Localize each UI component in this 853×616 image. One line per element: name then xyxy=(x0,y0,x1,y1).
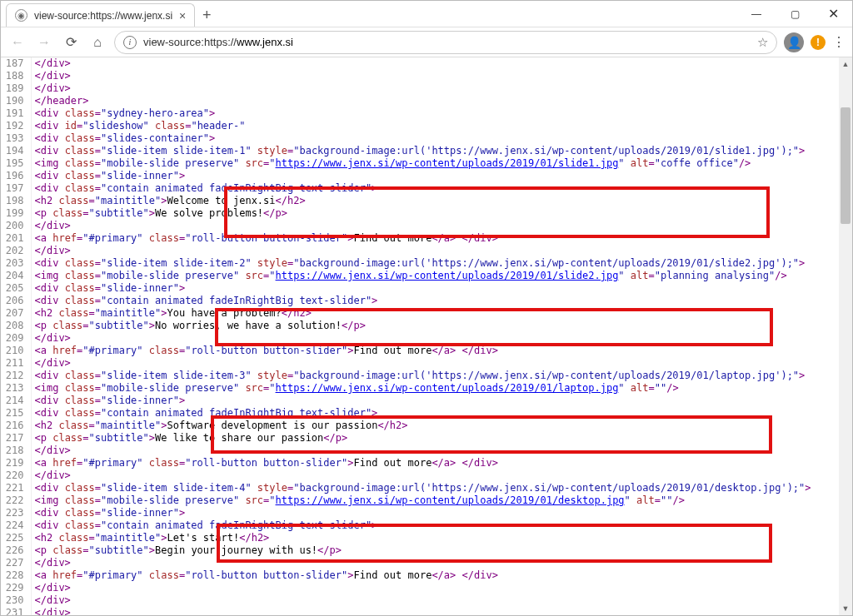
bookmark-star-icon[interactable]: ☆ xyxy=(757,35,768,50)
source-line: 198<h2 class="maintitle">Welcome to jenx… xyxy=(1,195,852,207)
source-code[interactable]: <div class="slide-inner"> xyxy=(31,507,852,519)
line-number: 229 xyxy=(1,582,31,594)
source-code[interactable]: </div> xyxy=(31,594,852,607)
line-number: 227 xyxy=(1,557,31,569)
source-code[interactable]: <div class="slide-item slide-item-3" sty… xyxy=(31,370,852,382)
source-code[interactable]: <div class="contain animated fadeInRight… xyxy=(31,182,852,195)
source-code[interactable]: <img class="mobile-slide preserve" src="… xyxy=(31,494,852,507)
url-link[interactable]: https://www.jenx.si/wp-content/uploads/2… xyxy=(276,494,625,506)
close-window-button[interactable]: ✕ xyxy=(814,2,852,27)
source-code[interactable]: <a href="#primary" class="roll-button bu… xyxy=(31,232,852,245)
maximize-button[interactable]: ▢ xyxy=(776,2,814,27)
source-code[interactable]: </header> xyxy=(31,95,852,107)
source-code[interactable]: </div> xyxy=(31,220,852,232)
source-code[interactable]: </div> xyxy=(31,582,852,594)
source-code[interactable]: <div class="sydney-hero-area"> xyxy=(31,107,852,120)
url-link[interactable]: https://www.jenx.si/wp-content/uploads/2… xyxy=(276,157,619,169)
source-line: 203<div class="slide-item slide-item-2" … xyxy=(1,257,852,270)
source-line: 222<img class="mobile-slide preserve" sr… xyxy=(1,494,852,507)
line-number: 212 xyxy=(1,370,31,382)
minimize-button[interactable]: — xyxy=(737,2,776,27)
source-code[interactable]: <h2 class="maintitle">Let's start!</h2> xyxy=(31,532,852,544)
source-line: 204<img class="mobile-slide preserve" sr… xyxy=(1,270,852,282)
source-code[interactable]: <h2 class="maintitle">Welcome to jenx.si… xyxy=(31,195,852,207)
source-code[interactable]: </div> xyxy=(31,70,852,82)
source-code[interactable]: </div> xyxy=(31,245,852,257)
line-number: 193 xyxy=(1,132,31,145)
source-line: 194<div class="slide-item slide-item-1" … xyxy=(1,145,852,157)
source-line: 216<h2 class="maintitle">Software develo… xyxy=(1,420,852,432)
source-line: 188</div> xyxy=(1,70,852,82)
source-line: 189</div> xyxy=(1,82,852,95)
source-code[interactable]: <div class="slide-item slide-item-4" sty… xyxy=(31,482,852,494)
scrollbar-thumb[interactable] xyxy=(841,107,851,224)
source-code[interactable]: <div id="slideshow" class="header-" xyxy=(31,120,852,132)
source-code[interactable]: </div> xyxy=(31,82,852,95)
source-code[interactable]: <h2 class="maintitle">You have a problem… xyxy=(31,307,852,320)
source-line: 201<a href="#primary" class="roll-button… xyxy=(1,232,852,245)
source-code[interactable]: </div> xyxy=(31,445,852,457)
new-tab-button[interactable]: + xyxy=(195,3,218,27)
line-number: 221 xyxy=(1,482,31,494)
source-code[interactable]: </div> xyxy=(31,357,852,370)
source-code[interactable]: <a href="#primary" class="roll-button bu… xyxy=(31,457,852,469)
source-code[interactable]: <div class="contain animated fadeInRight… xyxy=(31,407,852,420)
window-controls: — ▢ ✕ xyxy=(737,1,852,27)
scroll-up-icon[interactable]: ▲ xyxy=(839,57,852,71)
vertical-scrollbar[interactable]: ▲ ▼ xyxy=(839,57,852,615)
scroll-down-icon[interactable]: ▼ xyxy=(839,602,852,615)
forward-button[interactable]: → xyxy=(34,32,54,52)
line-number: 207 xyxy=(1,307,31,320)
source-line: 225<h2 class="maintitle">Let's start!</h… xyxy=(1,532,852,544)
source-code[interactable]: <p class="subtitle">No worries, we have … xyxy=(31,320,852,332)
line-number: 214 xyxy=(1,395,31,407)
url-link[interactable]: https://www.jenx.si/wp-content/uploads/2… xyxy=(276,382,619,394)
source-code[interactable]: <h2 class="maintitle">Software developme… xyxy=(31,420,852,432)
source-code[interactable]: </div> xyxy=(31,607,852,615)
kebab-menu-icon[interactable]: ⋮ xyxy=(832,34,846,50)
source-code[interactable]: <p class="subtitle">We like to share our… xyxy=(31,432,852,445)
browser-tab[interactable]: ◉ view-source:https://www.jenx.si × xyxy=(6,3,195,27)
back-button[interactable]: ← xyxy=(7,32,27,52)
source-code[interactable]: </div> xyxy=(31,557,852,569)
source-line: 191<div class="sydney-hero-area"> xyxy=(1,107,852,120)
source-code[interactable]: <div class="slide-inner"> xyxy=(31,395,852,407)
profile-avatar-icon[interactable]: 👤 xyxy=(784,32,804,52)
source-code[interactable]: <div class="slides-container"> xyxy=(31,132,852,145)
source-code[interactable]: </div> xyxy=(31,332,852,345)
source-code[interactable]: <div class="slide-item slide-item-2" sty… xyxy=(31,257,852,270)
source-code[interactable]: </div> xyxy=(31,57,852,70)
source-code[interactable]: <div class="contain animated fadeInRight… xyxy=(31,295,852,307)
line-number: 206 xyxy=(1,295,31,307)
source-code[interactable]: </div> xyxy=(31,469,852,482)
source-line: 206<div class="contain animated fadeInRi… xyxy=(1,295,852,307)
source-code[interactable]: <img class="mobile-slide preserve" src="… xyxy=(31,382,852,395)
home-button[interactable]: ⌂ xyxy=(87,32,107,52)
source-code[interactable]: <a href="#primary" class="roll-button bu… xyxy=(31,569,852,582)
source-code[interactable]: <div class="slide-item slide-item-1" sty… xyxy=(31,145,852,157)
source-code[interactable]: <img class="mobile-slide preserve" src="… xyxy=(31,270,852,282)
source-code[interactable]: <p class="subtitle">We solve problems!</… xyxy=(31,207,852,220)
source-code[interactable]: <div class="contain animated fadeInRight… xyxy=(31,519,852,532)
close-tab-icon[interactable]: × xyxy=(179,9,186,22)
line-number: 195 xyxy=(1,157,31,170)
source-line: 230</div> xyxy=(1,594,852,607)
reload-button[interactable]: ⟳ xyxy=(61,32,81,52)
line-number: 196 xyxy=(1,170,31,182)
source-code[interactable]: <p class="subtitle">Begin your journey w… xyxy=(31,544,852,557)
line-number: 224 xyxy=(1,519,31,532)
line-number: 199 xyxy=(1,207,31,220)
line-number: 216 xyxy=(1,420,31,432)
url-link[interactable]: https://www.jenx.si/wp-content/uploads/2… xyxy=(276,270,619,281)
source-code[interactable]: <a href="#primary" class="roll-button bu… xyxy=(31,345,852,357)
source-code[interactable]: <div class="slide-inner"> xyxy=(31,282,852,295)
line-number: 226 xyxy=(1,544,31,557)
source-scroll-area[interactable]: 187</div>188</div>189</div>190</header>1… xyxy=(1,57,852,615)
source-code[interactable]: <div class="slide-inner"> xyxy=(31,170,852,182)
address-bar[interactable]: i view-source:https://www.jenx.si ☆ xyxy=(114,31,777,54)
site-info-icon[interactable]: i xyxy=(123,36,137,49)
source-line: 220</div> xyxy=(1,469,852,482)
source-code[interactable]: <img class="mobile-slide preserve" src="… xyxy=(31,157,852,170)
line-number: 188 xyxy=(1,70,31,82)
warning-badge-icon[interactable]: ! xyxy=(811,35,826,50)
